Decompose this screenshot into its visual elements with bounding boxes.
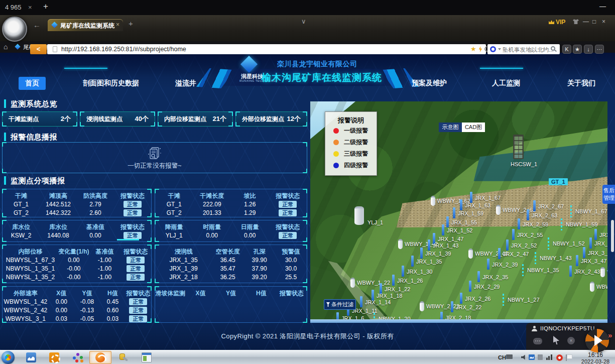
status-badge[interactable]: 正常	[129, 307, 147, 314]
nav-item-home[interactable]: 首页	[19, 77, 46, 90]
condition-filter-button[interactable]: 条件过滤	[324, 299, 356, 310]
back-button[interactable]: <	[30, 44, 47, 54]
stat-card-gt[interactable]: 干滩监测点2个	[2, 111, 77, 127]
close-circle-icon[interactable]: ×	[567, 337, 575, 344]
nav-item-plan-maintenance[interactable]: 预案及维护	[412, 79, 447, 88]
status-badge[interactable]: 正常	[127, 257, 145, 264]
status-badge[interactable]: 正常	[279, 209, 297, 216]
table-row: NBWYSL_1_67_30.00-1.00正常	[3, 256, 151, 264]
search-hotword[interactable]: 坠机事发地以北约...	[503, 46, 554, 54]
stocks-icon	[26, 352, 36, 362]
bookmark-star-button[interactable]: ★	[573, 45, 582, 54]
play-icon[interactable]	[594, 335, 602, 346]
table-cell: -0.05	[74, 315, 100, 322]
k-button[interactable]: K	[562, 45, 571, 54]
browser-tab[interactable]: 尾矿库在线监测系统 ×	[48, 19, 123, 31]
expand-chevrons[interactable]: »	[608, 331, 612, 339]
taskbar-app-molecule[interactable]	[66, 351, 88, 364]
taskbar-app-stocks[interactable]	[20, 351, 42, 364]
nav-item-overflow-well[interactable]: 溢流井	[175, 79, 196, 88]
start-button[interactable]	[2, 351, 15, 364]
map-horizontal-scrollbar[interactable]	[310, 319, 607, 323]
table-saturation-line: 浸润线空管长度孔深预警值JRX_1_3536.4539.9030.0JRX_1_…	[155, 245, 307, 283]
status-badge[interactable]: 正常	[279, 201, 297, 208]
browser-logo-icon[interactable]	[2, 17, 27, 42]
table-row: NBWYSL_1_35_1-0.00-1.00正常	[3, 264, 151, 273]
table-gt-length: 干滩干滩长度坡比报警状态GT_1222.091.26正常GT_2201.331.…	[155, 189, 307, 217]
status-badge[interactable]: 正常	[124, 201, 142, 208]
table-cell: 0.45	[100, 298, 126, 305]
window-close-icon[interactable]: ×	[602, 18, 605, 25]
search-input[interactable]: 坠机事发地以北约...	[487, 44, 560, 54]
tab-back-icon[interactable]: ←	[33, 21, 41, 29]
nbwy-marker-icon	[561, 218, 562, 230]
stat-card-wbwy[interactable]: 外部位移监测点12个	[235, 111, 307, 127]
status-badge[interactable]: 正常	[127, 265, 145, 272]
stat-card-nbwy[interactable]: 内部位移监测点21个	[158, 111, 233, 127]
status-badge[interactable]: 正常	[129, 315, 147, 322]
window-restore-icon[interactable]: □	[592, 18, 596, 25]
taskbar-app-settings[interactable]	[43, 351, 65, 364]
alert-tray-icon[interactable]	[556, 354, 563, 361]
status-badge[interactable]: 正常	[124, 232, 142, 239]
skin-icon[interactable]	[573, 19, 579, 24]
nav-item-manual-monitor[interactable]: 人工监测	[492, 79, 520, 88]
tab-list-chevron-icon[interactable]: ∨	[301, 18, 306, 25]
cursor-icon[interactable]	[553, 336, 559, 344]
column-header: 坡比	[231, 192, 269, 200]
view-btn-schematic[interactable]: 示意图	[439, 123, 462, 132]
status-badge[interactable]: 正常	[124, 209, 142, 216]
speaker-tray-icon[interactable]	[521, 354, 527, 360]
taskbar-app-window[interactable]	[136, 351, 158, 364]
monitor-map-scene[interactable]: 报警说明 一级报警二级报警三级报警四级报警 示意图CAD图 YLJ_1HSCSW…	[310, 101, 607, 323]
nav-item-about[interactable]: 关于我们	[567, 79, 595, 88]
download-button[interactable]: ↓	[584, 45, 593, 54]
legend-title: 报警说明	[325, 116, 377, 125]
status-badge[interactable]: 正常	[279, 232, 297, 239]
baidu-icon[interactable]	[490, 46, 496, 52]
wbwy-marker-icon	[420, 301, 424, 311]
favorite-star-icon[interactable]: ★	[470, 45, 476, 53]
usb-tray-icon[interactable]	[538, 354, 543, 360]
host-tab-title: 4 965	[5, 4, 22, 11]
table-cell: 222.09	[193, 201, 231, 208]
new-tab-button[interactable]: +	[129, 19, 133, 28]
scrollbar-thumb[interactable]	[611, 220, 614, 252]
table-scroll-hint[interactable]	[117, 239, 139, 240]
search-engine-chevron-icon[interactable]	[498, 48, 501, 50]
url-bar[interactable]: http://192.168.169.250:81/#/subproject/h…	[47, 44, 486, 54]
chart-tray-icon[interactable]	[529, 354, 535, 360]
host-new-tab-icon[interactable]: +	[43, 2, 48, 12]
taskbar-app-cheetah[interactable]	[89, 351, 111, 364]
status-badge[interactable]: 正常	[129, 298, 147, 305]
column-header: 内部位移	[3, 248, 58, 256]
url-text[interactable]: http://192.168.169.250:81/#/subproject/h…	[61, 46, 186, 53]
jrx-marker-icon	[411, 256, 414, 267]
table-cell: -0.13	[74, 307, 100, 314]
host-minimize-icon[interactable]: —	[599, 3, 606, 10]
stat-card-jrx[interactable]: 浸润线监测点40个	[80, 111, 155, 127]
home-icon[interactable]: ⌂	[4, 43, 8, 51]
taskbar-app-dbtools[interactable]	[112, 351, 135, 364]
search-icon[interactable]	[551, 46, 555, 51]
vip-badge[interactable]: VIP	[549, 19, 565, 26]
keyboard-tray-icon[interactable]	[506, 354, 513, 359]
chat-icon[interactable]	[533, 338, 542, 344]
more-menu-button[interactable]: ···	[595, 45, 604, 54]
taskbar-clock[interactable]: 16:16 2022-03-28	[577, 351, 613, 364]
view-btn-cad[interactable]: CAD图	[462, 123, 485, 132]
host-tab-close-icon[interactable]: ×	[28, 4, 32, 11]
jrx-marker-icon	[498, 248, 501, 259]
status-badge[interactable]: 正常	[127, 274, 145, 281]
pinwheel-logo[interactable]	[585, 329, 609, 352]
table-cell: 0.60	[100, 307, 126, 314]
nav-item-profile-history[interactable]: 剖面图和历史数据	[83, 79, 139, 88]
accelerate-icon[interactable]	[478, 46, 482, 52]
signal-tray-icon[interactable]	[546, 354, 552, 360]
window-minimize-icon[interactable]: —	[583, 18, 589, 25]
point-label: JRX_1_67	[475, 195, 501, 201]
after-sale-tab[interactable]: 售后管理	[602, 185, 615, 204]
tab-close-icon[interactable]: ×	[116, 21, 119, 28]
flag-tray-icon[interactable]	[566, 354, 572, 361]
column-header: H值	[246, 289, 276, 298]
